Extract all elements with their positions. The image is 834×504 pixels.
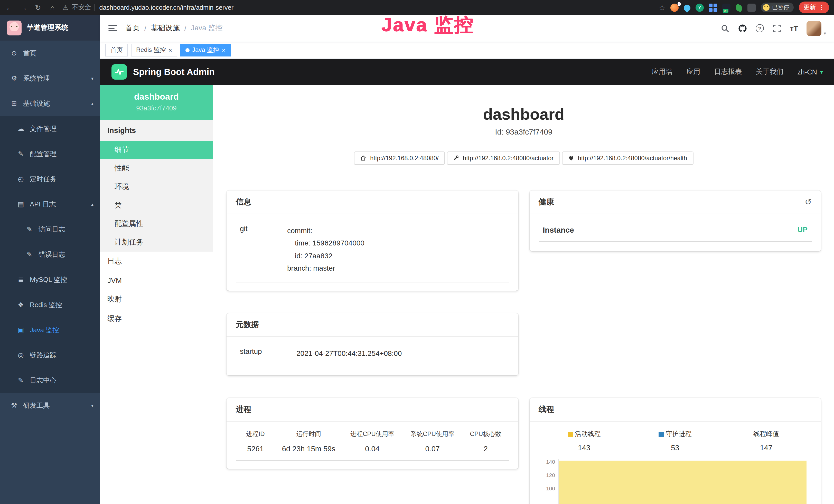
user-menu[interactable]: ▾ (807, 21, 826, 36)
health-instance-label: Instance (543, 225, 574, 234)
sidebar-item-access-log[interactable]: ✎访问日志 (0, 217, 100, 242)
extension-drop-icon[interactable] (682, 3, 692, 13)
sba-logo-icon (111, 64, 127, 79)
breadcrumb-infrastructure[interactable]: 基础设施 (151, 24, 180, 33)
extension-green-icon[interactable]: Y (696, 3, 704, 12)
metadata-value: 2021-04-27T00:44:31.254+08:00 (297, 347, 505, 360)
sidebar-item-dev-tools[interactable]: ⚒研发工具▾ (0, 393, 100, 418)
cards-grid: 信息 git commit: time: 1596289704000 id: 2… (226, 190, 821, 504)
sba-nav-about[interactable]: 关于我们 (756, 67, 784, 76)
tag-redis[interactable]: Redis 监控× (131, 44, 177, 56)
metadata-row: startup 2021-04-27T00:44:31.254+08:00 (236, 345, 509, 367)
extension-orange-icon[interactable]: 1 (671, 3, 679, 12)
sidebar-item-error-log[interactable]: ✎错误日志 (0, 242, 100, 267)
sidebar-item-label: 错误日志 (39, 250, 65, 259)
bookmark-star-icon[interactable]: ☆ (659, 3, 665, 12)
github-icon[interactable] (738, 24, 747, 32)
card-title: 元数据 (226, 313, 518, 337)
hamburger-icon[interactable] (108, 25, 117, 31)
extension-puzzle-icon[interactable] (747, 3, 756, 12)
sba-menu-config-props[interactable]: 配置属性 (100, 215, 213, 233)
sidebar-item-home[interactable]: ⊙首页 (0, 41, 100, 66)
y-tick: 100 (546, 486, 555, 499)
close-icon[interactable]: × (222, 47, 225, 53)
tag-java[interactable]: Java 监控× (180, 44, 231, 56)
chevron-down-icon: ▾ (820, 69, 823, 75)
sba-menu-metrics[interactable]: 性能 (100, 159, 213, 178)
help-icon[interactable]: ? (756, 24, 764, 32)
legend-value: 147 (721, 444, 812, 452)
avatar[interactable] (807, 21, 822, 36)
sba-menu-scheduled-tasks[interactable]: 计划任务 (100, 233, 213, 252)
sidebar-logo-row[interactable]: 芋道管理系统 (0, 15, 100, 41)
process-table: 进程ID 运行时间 进程CPU使用率 系统CPU使用率 CPU核心数 5261 … (236, 430, 509, 461)
java-monitor-icon: ▣ (17, 326, 25, 334)
sba-menu-logs[interactable]: 日志 (100, 252, 213, 271)
card-title: 健康 (539, 197, 554, 207)
column-header: CPU核心数 (463, 430, 509, 438)
info-value: commit: time: 1596289704000 id: 27aa832 … (287, 224, 505, 274)
sba-brand[interactable]: Spring Boot Admin (111, 64, 215, 79)
sidebar-item-files[interactable]: ☁文件管理 (0, 116, 100, 141)
sba-nav-applications[interactable]: 应用 (686, 67, 700, 76)
info-card: 信息 git commit: time: 1596289704000 id: 2… (226, 190, 518, 290)
tag-home[interactable]: 首页 (105, 44, 128, 56)
update-button[interactable]: 更新 ⋮ (799, 2, 829, 13)
breadcrumb-current: Java 监控 (191, 24, 223, 33)
sidebar-item-label: 定时任务 (30, 174, 57, 184)
sidebar-item-redis[interactable]: ❖Redis 监控 (0, 292, 100, 317)
url-text[interactable]: dashboard.yudao.iocoder.cn/infra/admin-s… (95, 4, 234, 11)
sba-nav-wallboard[interactable]: 应用墙 (652, 67, 673, 76)
sba-menu-classes[interactable]: 类 (100, 196, 213, 215)
forward-icon[interactable]: → (20, 3, 28, 12)
sba-menu-mappings[interactable]: 映射 (100, 290, 213, 309)
fullscreen-icon[interactable] (773, 24, 781, 32)
insights-label: Insights (100, 120, 213, 141)
sidebar-item-system[interactable]: ⚙系统管理▾ (0, 66, 100, 91)
sidebar-item-jobs[interactable]: ◴定时任务 (0, 166, 100, 191)
endpoint-health-url[interactable]: http://192.168.0.2:48080/actuator/health (562, 151, 693, 165)
extension-switch-icon[interactable]: on (722, 3, 730, 12)
extension-grid-icon[interactable] (709, 3, 717, 12)
sidebar-item-api-log[interactable]: ▤API 日志▴ (0, 191, 100, 217)
locale-selector[interactable]: zh-CN ▾ (797, 68, 823, 76)
endpoint-base-url[interactable]: http://192.168.0.2:48080/ (354, 151, 445, 165)
sidebar-item-label: MySQL 监控 (30, 275, 67, 284)
back-icon[interactable]: ← (5, 3, 13, 12)
sidebar-item-label: 日志中心 (30, 375, 57, 385)
sba-nav-journal[interactable]: 日志报表 (714, 67, 742, 76)
instance-header[interactable]: dashboard 93a3fc7f7409 (100, 85, 213, 120)
tools-icon: ⚒ (10, 402, 18, 409)
history-icon[interactable]: ↺ (805, 197, 812, 207)
close-icon[interactable]: × (169, 47, 172, 53)
clock-icon: ◴ (17, 175, 25, 183)
paused-chip[interactable]: 已暂停 (761, 3, 794, 12)
sidebar-item-mysql[interactable]: ≣MySQL 监控 (0, 267, 100, 292)
sba-menu-jvm[interactable]: JVM (100, 271, 213, 290)
infrastructure-icon: ⊞ (10, 100, 18, 107)
address-bar[interactable]: ⚠ 不安全 dashboard.yudao.iocoder.cn/infra/a… (63, 3, 653, 12)
endpoint-actuator-url[interactable]: http://192.168.0.2:48080/actuator (447, 151, 560, 165)
locale-label: zh-CN (797, 68, 817, 76)
sidebar-item-java[interactable]: ▣Java 监控 (0, 317, 100, 343)
sba-menu-environment[interactable]: 环境 (100, 178, 213, 196)
font-size-icon[interactable]: тT (790, 24, 798, 32)
sidebar-item-log-center[interactable]: ✎日志中心 (0, 368, 100, 393)
sba-menu-caches[interactable]: 缓存 (100, 309, 213, 329)
status-badge: UP (797, 225, 808, 234)
breadcrumb-home[interactable]: 首页 (125, 24, 140, 33)
endpoint-url: http://192.168.0.2:48080/actuator/health (578, 154, 687, 161)
browser-menu-icon[interactable]: ⋮ (819, 4, 825, 11)
sidebar-item-trace[interactable]: ◎链路追踪 (0, 343, 100, 368)
sidebar-item-config[interactable]: ✎配置管理 (0, 141, 100, 166)
browser-home-icon[interactable]: ⌂ (48, 3, 57, 12)
sba-menu-details[interactable]: 细节 (100, 141, 213, 159)
tag-label: 首页 (110, 46, 123, 54)
sidebar-item-infrastructure[interactable]: ⊞基础设施▴ (0, 91, 100, 116)
refresh-icon[interactable]: ↻ (34, 3, 42, 12)
search-icon[interactable] (721, 24, 729, 32)
extension-leaf-icon[interactable] (734, 4, 743, 12)
info-line: time: 1596289704000 (287, 237, 505, 249)
health-row[interactable]: Instance UP (539, 222, 812, 242)
active-dot (185, 48, 190, 52)
